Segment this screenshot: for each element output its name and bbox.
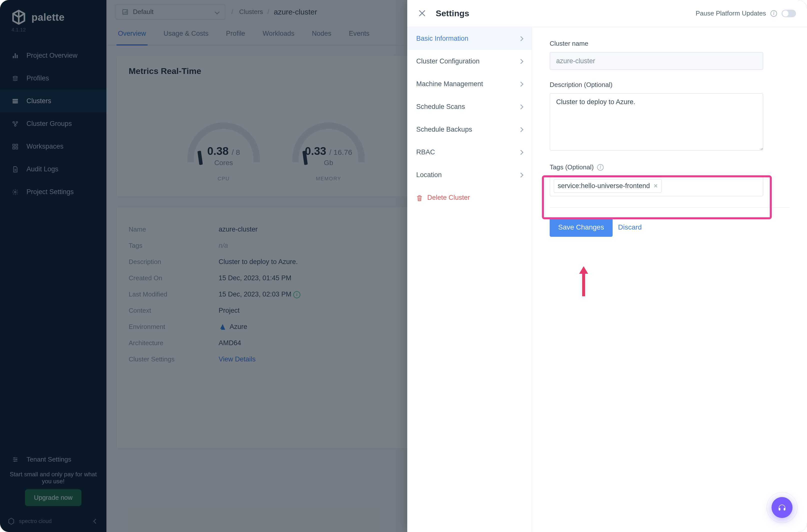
pause-updates-label: Pause Platform Updates — [696, 10, 766, 17]
tag-chip: service:hello-universe-frontend ✕ — [553, 179, 662, 193]
settings-nav-schedule-scans[interactable]: Schedule Scans — [407, 95, 532, 118]
cluster-name-input[interactable] — [550, 52, 763, 70]
drawer-header: Settings Pause Platform Updates — [407, 0, 807, 27]
headset-icon — [777, 502, 787, 513]
svg-rect-18 — [779, 508, 781, 511]
settings-nav-rbac[interactable]: RBAC — [407, 141, 532, 164]
info-icon[interactable] — [597, 164, 604, 171]
tag-chip-label: service:hello-universe-frontend — [558, 182, 650, 190]
chevron-right-icon — [519, 82, 523, 87]
tags-input[interactable]: service:hello-universe-frontend ✕ — [550, 176, 763, 196]
description-textarea[interactable] — [550, 93, 763, 151]
chevron-right-icon — [519, 150, 523, 155]
field-cluster-name: Cluster name — [550, 40, 789, 70]
settings-nav-delete-cluster[interactable]: Delete Cluster — [407, 186, 532, 209]
settings-nav-label: Schedule Scans — [416, 103, 465, 111]
chevron-right-icon — [519, 127, 523, 132]
trash-icon — [416, 194, 423, 201]
settings-nav-schedule-backups[interactable]: Schedule Backups — [407, 118, 532, 141]
pause-updates-toggle[interactable] — [782, 10, 796, 17]
settings-nav: Basic Information Cluster Configuration … — [407, 27, 532, 532]
cluster-name-label: Cluster name — [550, 40, 789, 48]
settings-nav-label: Cluster Configuration — [416, 57, 480, 65]
settings-nav-label: Basic Information — [416, 35, 468, 42]
chevron-right-icon — [519, 104, 523, 109]
field-description: Description (Optional) — [550, 81, 789, 152]
tags-label: Tags (Optional) — [550, 163, 789, 171]
info-icon[interactable] — [771, 10, 777, 17]
svg-rect-19 — [784, 508, 786, 511]
tag-remove-icon[interactable]: ✕ — [653, 183, 658, 189]
discard-button[interactable]: Discard — [618, 223, 642, 231]
chevron-right-icon — [519, 59, 523, 64]
settings-nav-machine-management[interactable]: Machine Management — [407, 73, 532, 95]
settings-nav-label: Schedule Backups — [416, 126, 472, 133]
help-fab[interactable] — [771, 497, 792, 518]
save-changes-button[interactable]: Save Changes — [550, 218, 613, 237]
close-icon[interactable] — [418, 10, 426, 17]
settings-nav-label: Delete Cluster — [427, 194, 470, 202]
drawer-title: Settings — [436, 8, 469, 18]
settings-nav-label: Location — [416, 171, 442, 179]
settings-form: Cluster name Description (Optional) Tags… — [532, 27, 807, 532]
settings-nav-location[interactable]: Location — [407, 164, 532, 186]
chevron-right-icon — [519, 173, 523, 177]
chevron-right-icon — [519, 36, 523, 41]
settings-drawer: Settings Pause Platform Updates Basic In… — [407, 0, 807, 532]
settings-nav-label: RBAC — [416, 148, 435, 156]
settings-nav-basic-information[interactable]: Basic Information — [407, 27, 532, 50]
settings-nav-cluster-configuration[interactable]: Cluster Configuration — [407, 50, 532, 73]
settings-nav-label: Machine Management — [416, 80, 483, 88]
field-tags: Tags (Optional) service:hello-universe-f… — [550, 163, 789, 196]
divider — [550, 207, 789, 208]
description-label: Description (Optional) — [550, 81, 789, 89]
form-actions: Save Changes Discard — [550, 218, 789, 237]
